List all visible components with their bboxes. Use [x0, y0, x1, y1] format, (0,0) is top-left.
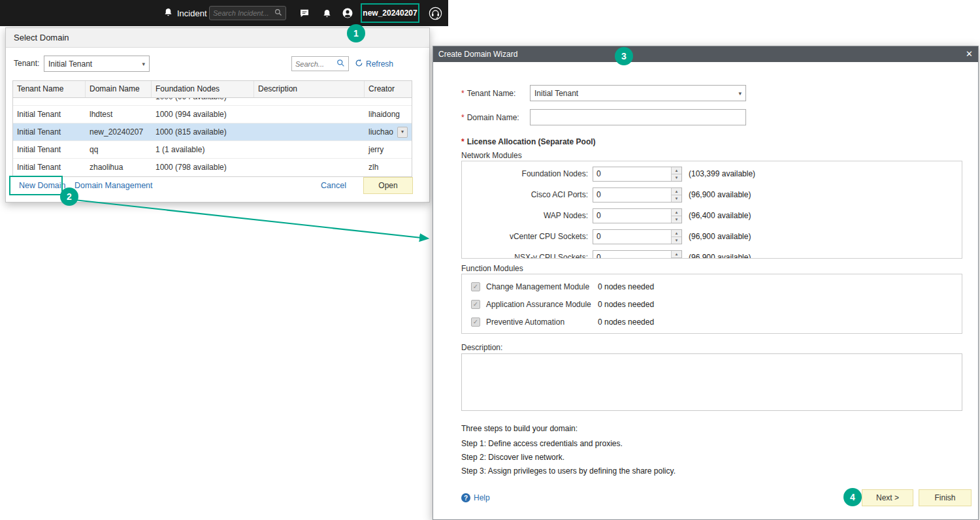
function-module-row: ✓ Preventive Automation 0 nodes needed — [462, 313, 962, 331]
network-module-row: NSX-v CPU Sockets: ▲ ▼ (96,900 available… — [462, 247, 962, 259]
tenant-select[interactable]: Initial Tenant ▾ — [44, 56, 150, 72]
cell-creator: zlh — [365, 159, 412, 176]
spin-down-icon[interactable]: ▼ — [672, 258, 681, 259]
network-modules-box: Foundation Nodes: ▲ ▼ (103,399 available… — [461, 161, 962, 259]
spinner-buttons: ▲ ▼ — [671, 167, 681, 181]
current-domain-button[interactable]: new_20240207 — [361, 3, 419, 23]
incident-menu[interactable]: Incident — [163, 0, 207, 26]
refresh-button[interactable]: Refresh — [355, 56, 393, 71]
cisco-aci-ports-input[interactable] — [593, 188, 671, 202]
tenant-select-value: Initial Tenant — [48, 59, 139, 69]
cisco-aci-ports-stepper: ▲ ▼ — [593, 187, 682, 203]
foundation-nodes-available: (103,399 available) — [689, 169, 755, 178]
cell-domain: new_20240207 — [86, 123, 152, 140]
annotation-step-3: 3 — [615, 47, 633, 65]
function-module-row: ✓ Application Assurance Module 0 nodes n… — [462, 295, 962, 313]
row-actions-dropdown[interactable]: ▾ — [397, 127, 408, 138]
table-row[interactable]: Initial Tenant qq 1 (1 available) jerry — [13, 141, 412, 159]
function-modules-label: Function Modules — [461, 263, 523, 274]
preventive-automation-nodes-needed: 0 nodes needed — [598, 317, 654, 327]
foundation-nodes-label: Foundation Nodes: — [462, 169, 588, 178]
incident-search-box — [209, 6, 286, 20]
top-navigation-bar: Incident new_20240207 — [0, 0, 448, 26]
checkbox-checked-disabled: ✓ — [471, 317, 480, 327]
help-link[interactable]: ? Help — [461, 493, 490, 502]
partially-scrolled-row[interactable]: 1000 (994 available) — [13, 98, 412, 106]
column-header-foundation-nodes[interactable]: Foundation Nodes — [152, 81, 254, 97]
spinner-buttons: ▲ ▼ — [671, 209, 681, 223]
required-asterisk: * — [461, 89, 465, 98]
open-button[interactable]: Open — [363, 177, 413, 194]
select-domain-title: Select Domain — [6, 28, 429, 48]
cell-description — [254, 106, 365, 123]
wap-nodes-input[interactable] — [593, 209, 671, 223]
column-header-creator[interactable]: Creator — [365, 81, 412, 97]
chevron-down-icon: ▾ — [401, 123, 404, 140]
cell-description — [254, 98, 365, 106]
required-asterisk: * — [461, 113, 465, 122]
cancel-link[interactable]: Cancel — [321, 181, 346, 190]
chevron-down-icon: ▾ — [142, 61, 145, 67]
domain-table-header: Tenant Name Domain Name Foundation Nodes… — [13, 81, 412, 98]
domain-search-input[interactable] — [295, 60, 336, 68]
create-domain-wizard-dialog: Create Domain Wizard ✕ *Tenant Name: Ini… — [433, 46, 979, 520]
cell-nodes: 1000 (798 available) — [152, 159, 254, 176]
close-icon[interactable]: ✕ — [966, 46, 973, 62]
network-module-row: Cisco ACI Ports: ▲ ▼ (96,900 available) — [462, 184, 962, 205]
spin-down-icon[interactable]: ▼ — [672, 237, 681, 244]
network-modules-label: Network Modules — [461, 150, 522, 161]
messages-icon[interactable] — [296, 0, 313, 26]
next-button[interactable]: Next > — [862, 489, 913, 506]
spin-down-icon[interactable]: ▼ — [672, 195, 681, 202]
domain-name-input[interactable] — [530, 109, 746, 125]
wizard-tenant-select[interactable]: Initial Tenant ▾ — [530, 85, 746, 101]
foundation-nodes-stepper: ▲ ▼ — [593, 167, 682, 182]
cell-nodes: 1000 (994 available) — [152, 98, 254, 106]
cell-domain — [86, 98, 152, 106]
function-module-row: ✓ Change Management Module 0 nodes neede… — [462, 278, 962, 295]
step-3-text: Step 3: Assign privileges to users by de… — [461, 466, 676, 476]
search-icon[interactable] — [336, 59, 345, 69]
select-domain-dialog: Select Domain Tenant: Initial Tenant ▾ R… — [5, 27, 430, 203]
foundation-nodes-input[interactable] — [593, 167, 671, 181]
annotation-step-2: 2 — [60, 187, 78, 206]
column-header-tenant-name[interactable]: Tenant Name — [13, 81, 86, 97]
table-row[interactable]: Initial Tenant zhaolihua 1000 (798 avail… — [13, 159, 412, 176]
description-label: Description: — [461, 342, 502, 353]
search-icon[interactable] — [274, 8, 282, 18]
user-account-icon[interactable] — [339, 0, 356, 26]
column-header-domain-name[interactable]: Domain Name — [86, 81, 152, 97]
support-headset-icon[interactable] — [427, 0, 444, 26]
table-row[interactable]: Initial Tenant lhdtest 1000 (994 availab… — [13, 106, 412, 123]
spin-up-icon[interactable]: ▲ — [672, 167, 681, 174]
nsx-v-cpu-sockets-input[interactable] — [593, 251, 671, 259]
function-modules-box: ✓ Change Management Module 0 nodes neede… — [461, 274, 962, 334]
incident-label: Incident — [177, 8, 207, 18]
spin-up-icon[interactable]: ▲ — [672, 251, 681, 258]
description-textarea[interactable] — [461, 353, 962, 411]
new-domain-link[interactable]: New Domain — [19, 181, 66, 190]
finish-button[interactable]: Finish — [919, 489, 972, 506]
spin-up-icon[interactable]: ▲ — [672, 230, 681, 237]
domain-management-link[interactable]: Domain Management — [74, 181, 153, 190]
cell-tenant: Initial Tenant — [13, 141, 86, 158]
change-management-nodes-needed: 0 nodes needed — [598, 282, 654, 291]
spin-down-icon[interactable]: ▼ — [672, 216, 681, 223]
table-row-selected[interactable]: Initial Tenant new_20240207 1000 (815 av… — [13, 123, 412, 141]
cell-domain: zhaolihua — [86, 159, 152, 176]
spin-up-icon[interactable]: ▲ — [672, 188, 681, 195]
license-allocation-label: *License Allocation (Separate Pool) — [461, 137, 596, 147]
tenant-label: Tenant: — [14, 56, 39, 72]
incident-search-input[interactable] — [213, 9, 274, 17]
column-header-description[interactable]: Description — [254, 81, 365, 97]
step-1-text: Step 1: Define access credentials and pr… — [461, 438, 623, 449]
notifications-bell-icon[interactable] — [318, 0, 335, 26]
annotation-step-4: 4 — [843, 488, 862, 506]
cell-tenant: Initial Tenant — [13, 159, 86, 176]
spin-up-icon[interactable]: ▲ — [672, 209, 681, 216]
spin-down-icon[interactable]: ▼ — [672, 174, 681, 181]
annotation-step-1: 1 — [347, 24, 365, 42]
nsx-v-cpu-sockets-label: NSX-v CPU Sockets: — [462, 253, 588, 259]
refresh-label: Refresh — [366, 59, 393, 69]
vcenter-cpu-sockets-input[interactable] — [593, 230, 671, 244]
